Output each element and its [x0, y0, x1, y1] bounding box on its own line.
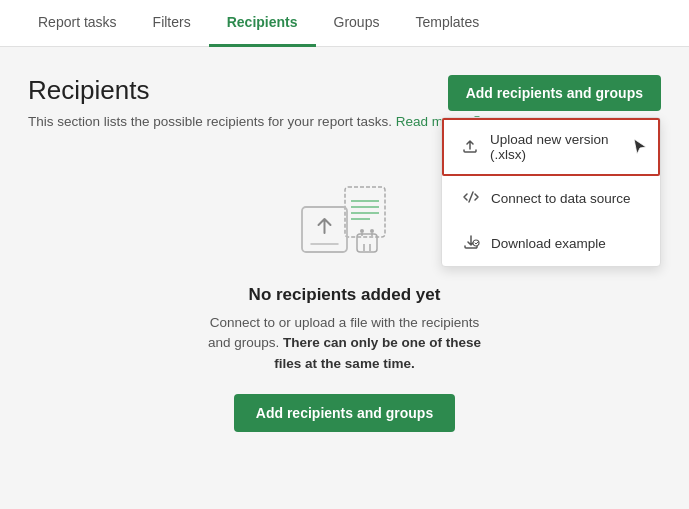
svg-point-0	[473, 240, 479, 246]
empty-state-title: No recipients added yet	[249, 285, 441, 305]
dropdown-item-connect[interactable]: Connect to data source	[442, 176, 660, 221]
download-label: Download example	[491, 236, 606, 251]
dropdown-item-download[interactable]: Download example	[442, 221, 660, 266]
upload-label: Upload new version (.xlsx)	[490, 132, 642, 162]
tab-templates[interactable]: Templates	[397, 0, 497, 47]
svg-rect-1	[345, 187, 385, 237]
dropdown-item-upload[interactable]: Upload new version (.xlsx)	[442, 118, 660, 176]
tab-filters[interactable]: Filters	[135, 0, 209, 47]
download-icon	[461, 233, 481, 254]
tab-groups[interactable]: Groups	[316, 0, 398, 47]
tab-report-tasks[interactable]: Report tasks	[20, 0, 135, 47]
tab-recipients[interactable]: Recipients	[209, 0, 316, 47]
empty-state-illustration	[290, 179, 400, 269]
upload-icon	[460, 137, 480, 158]
empty-add-button[interactable]: Add recipients and groups	[234, 394, 455, 432]
svg-point-8	[360, 229, 364, 233]
connect-label: Connect to data source	[491, 191, 631, 206]
add-recipients-button[interactable]: Add recipients and groups	[448, 75, 661, 111]
connect-icon	[461, 188, 481, 209]
cursor-icon	[632, 137, 648, 157]
dropdown-menu: Upload new version (.xlsx) Connect to da…	[441, 117, 661, 267]
main-content: Recipients This section lists the possib…	[0, 47, 689, 452]
svg-point-9	[370, 229, 374, 233]
empty-state-description: Connect to or upload a file with the rec…	[205, 313, 485, 374]
nav-tabs: Report tasks Filters Recipients Groups T…	[0, 0, 689, 47]
